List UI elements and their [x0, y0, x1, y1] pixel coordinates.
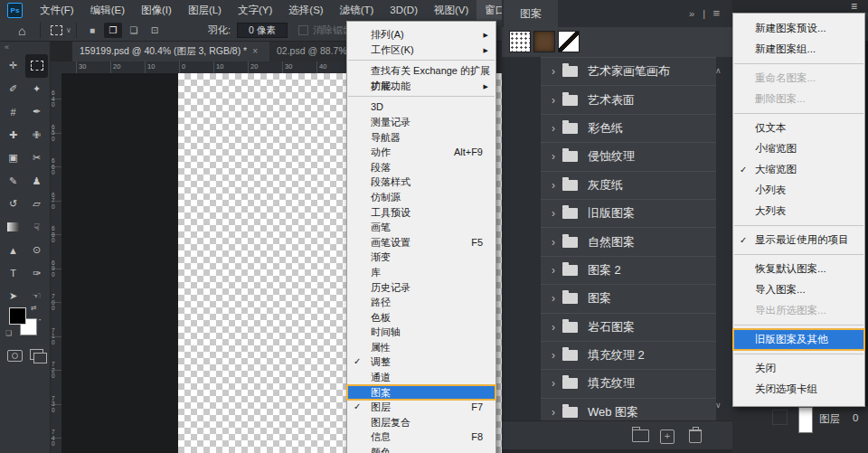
- menubar-item-图像(I)[interactable]: 图像(I): [133, 0, 180, 20]
- expand-chevron-icon[interactable]: ›: [552, 150, 555, 163]
- delete-pattern-icon[interactable]: [689, 429, 702, 443]
- foreground-color-swatch[interactable]: [9, 307, 26, 325]
- antialias-checkbox[interactable]: [298, 25, 308, 35]
- add-to-selection-button[interactable]: ❐: [104, 23, 122, 38]
- menu-item-3D[interactable]: 3D: [347, 99, 495, 115]
- menubar-item-文件(F)[interactable]: 文件(F): [32, 0, 82, 20]
- menu-item-导出所选图案[interactable]: 导出所选图案...: [733, 300, 864, 321]
- menubar-item-图层(L)[interactable]: 图层(L): [180, 0, 230, 20]
- expand-chevron-icon[interactable]: ›: [552, 292, 555, 305]
- menu-item-动作[interactable]: 动作Alt+F9: [347, 145, 495, 160]
- type-tool[interactable]: T: [2, 262, 24, 286]
- swap-colors-icon[interactable]: ⇄: [31, 304, 37, 312]
- marquee-tool-preset[interactable]: ∨: [51, 20, 71, 41]
- patch-tool[interactable]: ✙: [25, 124, 48, 147]
- intersect-selection-button[interactable]: ⊡: [146, 23, 164, 38]
- pattern-group-row[interactable]: ›岩石图案: [541, 313, 716, 341]
- menu-item-小缩览图[interactable]: 小缩览图: [733, 138, 864, 159]
- expand-chevron-icon[interactable]: ›: [552, 349, 555, 362]
- menu-item-工作区(K)[interactable]: 工作区(K)▶: [347, 42, 495, 58]
- clone-stamp-tool[interactable]: ♟: [25, 170, 48, 193]
- panel-menu-icon[interactable]: ≡: [851, 0, 857, 13]
- menu-item-仿制源[interactable]: 仿制源: [347, 190, 495, 205]
- pattern-group-row[interactable]: ›图案 2: [541, 256, 716, 284]
- dodge-tool[interactable]: ⊙: [25, 239, 48, 262]
- pattern-group-row[interactable]: ›填充纹理 2: [541, 341, 716, 369]
- expand-panel-icon[interactable]: »: [689, 0, 694, 27]
- pattern-group-row[interactable]: ›艺术家画笔画布: [541, 57, 716, 85]
- move-tool[interactable]: ✛: [2, 54, 24, 78]
- menu-item-信息[interactable]: 信息F8: [347, 429, 495, 445]
- menu-item-颜色[interactable]: 颜色: [347, 445, 495, 453]
- menu-item-关闭[interactable]: 关闭: [733, 358, 864, 379]
- menu-item-渐变[interactable]: 渐变: [347, 250, 495, 265]
- pattern-group-row[interactable]: ›灰度纸: [541, 171, 716, 199]
- menu-item-重命名图案[interactable]: 重命名图案...: [733, 68, 864, 89]
- frame-tool[interactable]: ▣: [2, 146, 24, 170]
- menu-item-色板[interactable]: 色板: [347, 310, 495, 326]
- expand-chevron-icon[interactable]: ›: [552, 179, 555, 192]
- history-brush-tool[interactable]: ↺: [2, 193, 24, 216]
- menu-item-画笔设置[interactable]: 画笔设置F5: [347, 235, 495, 250]
- sharpen-tool[interactable]: ▲: [2, 239, 24, 262]
- smudge-tool[interactable]: ☟: [25, 216, 48, 240]
- expand-chevron-icon[interactable]: ›: [552, 321, 555, 334]
- diagonal-pattern-thumb[interactable]: [558, 31, 580, 52]
- menu-item-扩展功能[interactable]: 扩展功能▶: [347, 79, 495, 94]
- menubar-item-编辑(E)[interactable]: 编辑(E): [82, 0, 133, 20]
- healing-brush-tool[interactable]: ✚: [2, 124, 24, 147]
- menu-item-大列表[interactable]: 大列表: [733, 201, 864, 222]
- menu-item-路径[interactable]: 路径: [347, 295, 495, 310]
- brush-tool[interactable]: ✎: [2, 170, 24, 193]
- eyedropper-tool[interactable]: ✒: [25, 100, 48, 124]
- pattern-group-row[interactable]: ›艺术表面: [541, 85, 716, 113]
- expand-chevron-icon[interactable]: ›: [552, 94, 555, 107]
- menu-item-属性[interactable]: 属性: [347, 340, 495, 355]
- menu-item-画笔[interactable]: 画笔: [347, 220, 495, 235]
- pattern-group-row[interactable]: ›彩色纸: [541, 114, 716, 142]
- pattern-group-row[interactable]: ›自然图案: [541, 227, 716, 255]
- document-tab-active[interactable]: 159199.psd @ 40.4% (图层 3, RGB/8) * ×: [72, 41, 269, 61]
- panel-menu-icon[interactable]: ≡: [712, 0, 720, 27]
- photoshop-logo[interactable]: Ps: [7, 3, 23, 18]
- close-tab-icon[interactable]: ×: [252, 46, 258, 56]
- menu-item-历史记录[interactable]: 历史记录: [347, 280, 495, 296]
- menu-item-小列表[interactable]: 小列表: [733, 180, 864, 201]
- menubar-item-文字(Y)[interactable]: 文字(Y): [230, 0, 280, 20]
- menu-item-导入图案[interactable]: 导入图案...: [733, 279, 864, 300]
- eraser-tool[interactable]: ▱: [25, 193, 48, 216]
- rect-marquee-tool[interactable]: [25, 54, 48, 78]
- pattern-group-row[interactable]: ›图案: [541, 284, 716, 312]
- pattern-group-row[interactable]: ›Web 图案: [541, 398, 716, 420]
- lasso-tool[interactable]: ✐: [2, 78, 24, 101]
- expand-chevron-icon[interactable]: ›: [552, 122, 555, 135]
- menu-item-恢复默认图案[interactable]: 恢复默认图案...: [733, 259, 864, 279]
- subtract-from-selection-button[interactable]: ❏: [125, 23, 143, 38]
- menu-item-图层复合[interactable]: 图层复合: [347, 415, 495, 430]
- menu-item-删除图案[interactable]: 删除图案...: [733, 89, 864, 109]
- path-select-tool[interactable]: ➤: [2, 285, 24, 308]
- texture-pattern-thumb[interactable]: [533, 31, 555, 52]
- expand-chevron-icon[interactable]: ›: [552, 406, 555, 419]
- quick-mask-button[interactable]: [7, 350, 23, 362]
- menu-item-新建图案组[interactable]: 新建图案组...: [733, 39, 864, 60]
- menu-item-查找有关 Exchange 的扩展功能[interactable]: 查找有关 Exchange 的扩展功能...: [347, 63, 495, 79]
- expand-chevron-icon[interactable]: ›: [552, 264, 555, 277]
- pattern-group-row[interactable]: ›填充纹理: [541, 369, 716, 397]
- menu-item-图层[interactable]: ✓图层F7: [347, 400, 495, 415]
- crop-tool[interactable]: #: [2, 100, 24, 124]
- slice-tool[interactable]: ✂: [25, 146, 48, 170]
- menu-item-库[interactable]: 库: [347, 265, 495, 280]
- expand-chevron-icon[interactable]: ›: [552, 65, 555, 78]
- menubar-item-3D(D)[interactable]: 3D(D): [382, 0, 426, 20]
- expand-chevron-icon[interactable]: ›: [552, 377, 555, 390]
- pattern-group-row[interactable]: ›侵蚀纹理: [541, 142, 716, 170]
- new-pattern-icon[interactable]: +: [660, 429, 675, 444]
- menu-item-测量记录[interactable]: 测量记录: [347, 115, 495, 130]
- menu-item-新建图案预设[interactable]: 新建图案预设...: [733, 18, 864, 39]
- menubar-item-滤镜(T)[interactable]: 滤镜(T): [332, 0, 382, 20]
- menu-item-关闭选项卡组[interactable]: 关闭选项卡组: [733, 379, 864, 400]
- menu-item-显示最近使用的项目[interactable]: ✓显示最近使用的项目: [733, 230, 864, 250]
- menubar-item-选择(S)[interactable]: 选择(S): [280, 0, 331, 20]
- menu-item-大缩览图[interactable]: ✓大缩览图: [733, 159, 864, 180]
